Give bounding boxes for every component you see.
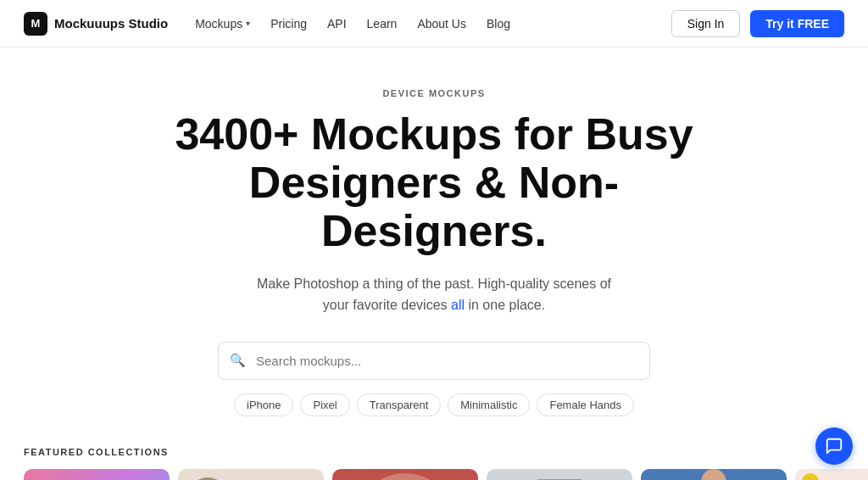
logo-icon: M <box>24 12 47 36</box>
hero-section-label: DEVICE MOCKUPS <box>382 88 485 98</box>
featured-card-1[interactable] <box>24 469 170 480</box>
hero-title: 3400+ Mockups for Busy Designers & Non-D… <box>146 110 722 256</box>
tag-transparent[interactable]: Transparent <box>357 393 442 416</box>
tag-pixel[interactable]: Pixel <box>300 393 349 416</box>
nav-api[interactable]: API <box>327 17 347 31</box>
search-input[interactable] <box>218 342 650 380</box>
nav-links: Mockups ▾ Pricing API Learn About Us Blo… <box>195 17 510 31</box>
featured-label: FEATURED COLLECTIONS <box>24 447 844 457</box>
nav-about[interactable]: About Us <box>417 17 466 31</box>
featured-card-3[interactable] <box>332 469 478 480</box>
featured-card-5[interactable] <box>641 469 787 480</box>
hero-subtitle: Make Photoshop a thing of the past. High… <box>256 273 612 316</box>
chat-bubble[interactable] <box>815 427 853 465</box>
nav-pricing[interactable]: Pricing <box>270 17 307 31</box>
tag-female-hands[interactable]: Female Hands <box>537 393 634 416</box>
featured-section: FEATURED COLLECTIONS <box>0 447 868 480</box>
featured-card-2[interactable] <box>178 469 324 480</box>
chat-icon <box>825 437 843 455</box>
logo-text: Mockuuups Studio <box>54 16 168 31</box>
highlight-all: all <box>451 298 465 312</box>
signin-button[interactable]: Sign In <box>671 10 741 37</box>
featured-grid <box>24 469 844 480</box>
nav-learn[interactable]: Learn <box>367 17 398 31</box>
tag-minimalistic[interactable]: Minimalistic <box>448 393 530 416</box>
person-head <box>701 469 726 480</box>
tags-container: iPhone Pixel Transparent Minimalistic Fe… <box>234 393 634 416</box>
tag-iphone[interactable]: iPhone <box>234 393 293 416</box>
nav-mockups[interactable]: Mockups ▾ <box>195 17 250 31</box>
search-container: 🔍 <box>218 342 650 380</box>
try-free-button[interactable]: Try it FREE <box>750 10 844 37</box>
nav-actions: Sign In Try it FREE <box>671 10 844 37</box>
featured-card-4[interactable] <box>487 469 632 480</box>
navbar: M Mockuuups Studio Mockups ▾ Pricing API… <box>0 0 868 47</box>
logo-link[interactable]: M Mockuuups Studio <box>24 12 168 36</box>
featured-card-6[interactable] <box>795 469 868 480</box>
chevron-down-icon: ▾ <box>246 19 250 28</box>
nav-blog[interactable]: Blog <box>487 17 510 31</box>
hero-section: DEVICE MOCKUPS 3400+ Mockups for Busy De… <box>0 47 868 447</box>
search-icon: 🔍 <box>230 353 246 368</box>
